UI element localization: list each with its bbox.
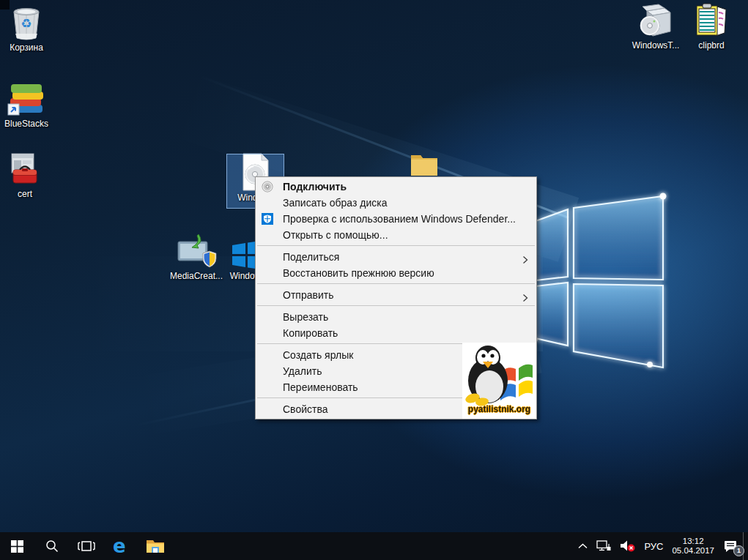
- desktop: ♻ Корзина BlueStacks: [0, 0, 748, 560]
- language-indicator[interactable]: РУС: [640, 532, 667, 560]
- desktop-icon-label: WindowsT...: [625, 41, 686, 51]
- system-tray: РУС 13:12 05.04.2017 1: [574, 532, 748, 560]
- menu-item-label: Вырезать: [283, 311, 328, 323]
- edge-browser-button[interactable]: e: [103, 532, 138, 560]
- desktop-icon-recycle-bin[interactable]: ♻ Корзина: [0, 4, 54, 53]
- menu-item-label: Удалить: [283, 365, 322, 377]
- windows-start-icon: [11, 540, 23, 553]
- taskbar: e: [0, 532, 748, 560]
- toolbox-icon: [0, 151, 53, 187]
- menu-item-mount[interactable]: Подключить: [256, 179, 536, 195]
- desktop-icon-windows-toolkit[interactable]: WindowsT...: [625, 2, 686, 51]
- search-button[interactable]: [34, 532, 69, 560]
- start-button[interactable]: [0, 532, 34, 560]
- file-explorer-icon: [146, 538, 165, 554]
- menu-separator: [257, 245, 535, 246]
- menu-item-label: Открыть с помощью...: [283, 229, 388, 241]
- tray-volume-muted[interactable]: [615, 532, 640, 560]
- task-view-icon: [78, 540, 95, 552]
- menu-item-cut[interactable]: Вырезать: [256, 309, 536, 325]
- edge-icon: e: [111, 536, 130, 556]
- clock-time: 13:12: [672, 537, 714, 546]
- menu-item-label: Поделиться: [283, 251, 339, 263]
- clock-date: 05.04.2017: [672, 546, 714, 556]
- chevron-up-icon: [578, 543, 588, 549]
- desktop-icon-bluestacks[interactable]: BlueStacks: [0, 81, 54, 129]
- watermark-text: pyatilistnik.org: [462, 404, 536, 414]
- desktop-icon-label: cert: [0, 190, 53, 199]
- installer-box-icon: [625, 2, 686, 39]
- context-menu: Подключить Записать образ диска Проверка…: [255, 176, 537, 419]
- windows-hero-logo: [513, 176, 681, 384]
- menu-item-label: Проверка с использованием Windows Defend…: [283, 213, 516, 225]
- volume-muted-icon: [620, 540, 635, 552]
- desktop-icon-label: Корзина: [0, 43, 54, 53]
- menu-separator: [257, 283, 535, 284]
- desktop-icon-clipbrd[interactable]: clipbrd: [681, 2, 742, 51]
- submenu-arrow-icon: [522, 291, 528, 307]
- network-icon: [596, 540, 611, 552]
- bluestacks-icon: [0, 81, 54, 117]
- clipboard-icon: [681, 2, 742, 39]
- menu-item-label: Восстановить прежнюю версию: [283, 267, 434, 279]
- file-explorer-button[interactable]: [138, 532, 172, 560]
- disc-icon: [262, 181, 273, 193]
- desktop-icon-label: BlueStacks: [0, 119, 54, 129]
- tray-chevron-up[interactable]: [574, 532, 592, 560]
- menu-item-open-with[interactable]: Открыть с помощью...: [256, 227, 536, 243]
- menu-item-share[interactable]: Поделиться: [256, 249, 536, 265]
- menu-item-label: Отправить: [283, 289, 333, 301]
- menu-item-send-to[interactable]: Отправить: [256, 287, 536, 303]
- action-center-button[interactable]: 1: [719, 532, 743, 560]
- watermark-image: pyatilistnik.org: [462, 343, 536, 419]
- svg-text:e: e: [113, 536, 126, 556]
- notification-badge: 1: [733, 545, 744, 556]
- desktop-icon-label: clipbrd: [681, 41, 742, 51]
- defender-icon: [262, 213, 273, 225]
- recycle-bin-icon: ♻: [0, 4, 54, 41]
- menu-item-label: Создать ярлык: [283, 349, 353, 361]
- tray-network[interactable]: [592, 532, 615, 560]
- folder-icon[interactable]: [410, 152, 439, 177]
- menu-item-scan-with-defender[interactable]: Проверка с использованием Windows Defend…: [256, 211, 536, 227]
- menu-item-label: Подключить: [283, 181, 347, 193]
- menu-item-copy[interactable]: Копировать: [256, 325, 536, 341]
- menu-item-label: Свойства: [283, 403, 327, 415]
- tray-clock[interactable]: 13:12 05.04.2017: [667, 532, 719, 560]
- menu-item-burn-disc-image[interactable]: Записать образ диска: [256, 195, 536, 211]
- show-desktop-button[interactable]: [743, 532, 748, 560]
- desktop-icon-cert[interactable]: cert: [0, 151, 53, 199]
- menu-item-restore-previous-version[interactable]: Восстановить прежнюю версию: [256, 265, 536, 281]
- search-icon: [45, 540, 59, 553]
- menu-item-label: Переименовать: [283, 381, 358, 393]
- svg-text:♻: ♻: [21, 16, 32, 31]
- menu-separator: [257, 305, 535, 306]
- task-view-button[interactable]: [69, 532, 103, 560]
- menu-item-label: Записать образ диска: [283, 197, 387, 209]
- menu-item-label: Копировать: [283, 327, 338, 339]
- penguin-logo-icon: [462, 343, 536, 408]
